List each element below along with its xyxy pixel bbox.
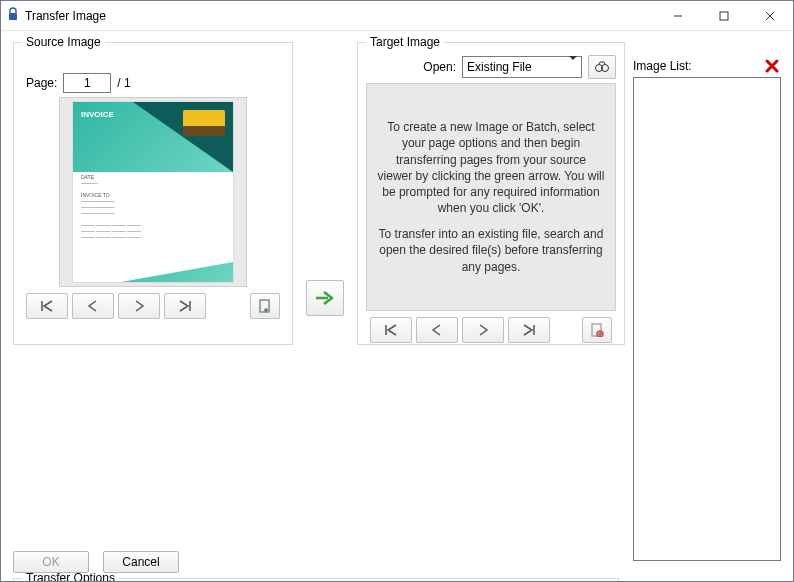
source-prev-button[interactable] (72, 293, 114, 319)
close-button[interactable] (747, 1, 793, 31)
source-first-button[interactable] (26, 293, 68, 319)
page-total: / 1 (117, 76, 130, 90)
svg-rect-0 (9, 13, 17, 20)
target-next-button[interactable] (462, 317, 504, 343)
target-prev-button[interactable] (416, 317, 458, 343)
source-page-input[interactable] (63, 73, 111, 93)
search-button[interactable] (588, 55, 616, 79)
clear-image-list-button[interactable] (763, 57, 781, 75)
target-legend: Target Image (366, 35, 444, 49)
svg-rect-2 (720, 12, 728, 20)
minimize-button[interactable] (655, 1, 701, 31)
target-help-area: To create a new Image or Batch, select y… (366, 83, 616, 311)
maximize-button[interactable] (701, 1, 747, 31)
page-label: Page: (26, 76, 57, 90)
target-last-button[interactable] (508, 317, 550, 343)
open-label: Open: (423, 60, 456, 74)
target-remove-page-button[interactable] (582, 317, 612, 343)
image-list-label: Image List: (633, 59, 692, 73)
source-thumbnail[interactable]: INVOICE DATE–––––– INVOICE TO:––––––––––… (59, 97, 247, 287)
transfer-arrow-button[interactable] (306, 280, 344, 316)
image-list[interactable] (633, 77, 781, 561)
open-select[interactable]: Existing File (462, 56, 582, 78)
window-title: Transfer Image (25, 9, 106, 23)
cancel-button[interactable]: Cancel (103, 551, 179, 573)
source-next-button[interactable] (118, 293, 160, 319)
ok-button[interactable]: OK (13, 551, 89, 573)
source-add-page-button[interactable] (250, 293, 280, 319)
lock-icon (7, 7, 19, 24)
titlebar: Transfer Image (1, 1, 793, 31)
target-first-button[interactable] (370, 317, 412, 343)
chevron-down-icon (569, 60, 577, 74)
source-legend: Source Image (22, 35, 105, 49)
source-last-button[interactable] (164, 293, 206, 319)
source-image-group: Source Image Page: / 1 INVOICE DATE–––––… (13, 35, 293, 345)
target-image-group: Target Image Open: Existing File To crea… (357, 35, 625, 345)
